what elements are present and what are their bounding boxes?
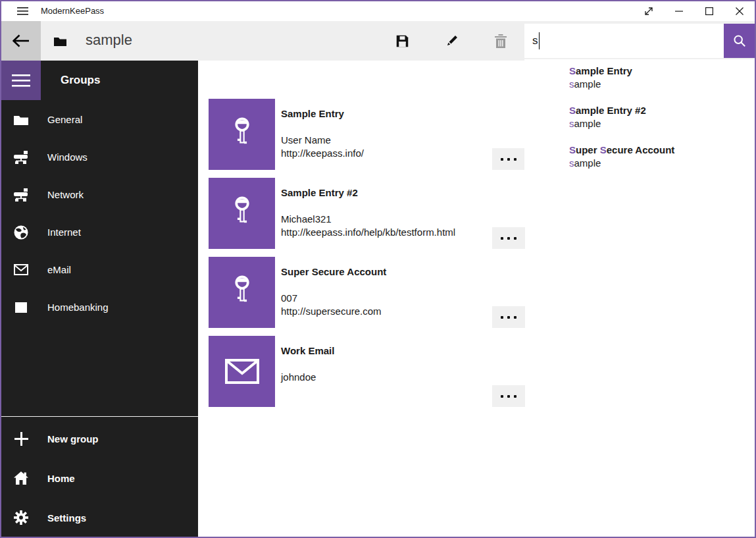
window-controls — [634, 1, 755, 21]
sidebar: Groups General Windows Network — [1, 61, 198, 537]
entry-row-sample-entry[interactable]: Sample Entry User Name http://keepass.in… — [209, 99, 531, 170]
entry-url: http://keepass.info/ — [281, 148, 364, 159]
entry-username: 007 — [281, 292, 297, 304]
suggestion-subtitle: sample — [569, 117, 755, 130]
more-options-button[interactable] — [492, 227, 525, 249]
sidebar-item-label: Homebanking — [47, 302, 109, 313]
groups-heading: Groups — [61, 61, 100, 100]
delete-trash-icon — [495, 34, 507, 48]
mail-icon — [13, 264, 29, 275]
sidebar-item-label: New group — [47, 433, 99, 444]
key-icon — [209, 257, 275, 328]
sidebar-item-internet[interactable]: Internet — [1, 213, 198, 251]
sidebar-item-label: Internet — [47, 227, 81, 238]
more-options-button[interactable] — [492, 148, 525, 170]
sidebar-item-label: General — [47, 114, 82, 125]
text-caret — [539, 32, 540, 49]
fullscreen-icon[interactable] — [634, 1, 664, 21]
suggestion-item[interactable]: Super Secure Account sample — [524, 138, 755, 178]
search-icon — [733, 34, 746, 47]
sidebar-item-windows[interactable]: Windows — [1, 138, 198, 176]
delete-button — [485, 21, 517, 61]
network-icon — [13, 188, 29, 202]
ellipsis-icon — [501, 316, 503, 319]
entry-username: User Name — [281, 134, 331, 146]
titlebar-hamburger-icon[interactable] — [11, 1, 34, 21]
entry-row-sample-entry-2[interactable]: Sample Entry #2 Michael321 http://keepas… — [209, 178, 531, 249]
back-arrow-icon — [13, 34, 30, 47]
sidebar-item-settings[interactable]: Settings — [1, 498, 198, 537]
entry-title: Sample Entry — [281, 108, 344, 119]
sidebar-item-network[interactable]: Network — [1, 176, 198, 213]
edit-button[interactable] — [436, 21, 468, 61]
minimize-icon[interactable] — [664, 1, 694, 21]
ellipsis-icon — [501, 395, 503, 398]
suggestion-title: Sample Entry — [569, 65, 755, 78]
mail-icon — [209, 336, 275, 407]
search-button[interactable] — [724, 24, 755, 58]
gear-icon — [13, 510, 29, 525]
command-bar: sample — [1, 21, 755, 61]
globe-icon — [13, 225, 29, 240]
suggestion-item[interactable]: Sample Entry sample — [524, 59, 755, 99]
entry-title: Work Email — [281, 345, 334, 356]
entry-title: Super Secure Account — [281, 266, 386, 277]
save-button[interactable] — [386, 21, 418, 61]
entry-username: johndoe — [281, 371, 316, 383]
ellipsis-icon — [501, 158, 503, 161]
entry-username: Michael321 — [281, 213, 332, 225]
more-options-button[interactable] — [492, 306, 525, 328]
maximize-icon[interactable] — [694, 1, 724, 21]
plus-icon — [13, 432, 29, 446]
sidebar-item-general[interactable]: General — [1, 101, 198, 138]
suggestion-subtitle: sample — [569, 157, 755, 170]
suggestion-item[interactable]: Sample Entry #2 sample — [524, 99, 755, 138]
sidebar-item-email[interactable]: eMail — [1, 251, 198, 288]
database-title: sample — [86, 21, 132, 61]
ellipsis-icon — [501, 237, 503, 240]
save-icon — [395, 34, 409, 48]
suggestion-subtitle: sample — [569, 78, 755, 91]
entry-url: http://supersecure.com — [281, 306, 382, 317]
search-suggestions-flyout: Sample Entry sample Sample Entry #2 samp… — [524, 59, 755, 186]
sidebar-hamburger-icon[interactable] — [1, 61, 41, 100]
entry-title: Sample Entry #2 — [281, 187, 358, 198]
network-icon — [13, 151, 29, 164]
entry-row-work-email[interactable]: Work Email johndoe — [209, 336, 531, 407]
sidebar-item-label: Windows — [47, 151, 88, 163]
app-title: ModernKeePass — [41, 1, 104, 21]
entry-row-super-secure-account[interactable]: Super Secure Account 007 http://supersec… — [209, 257, 531, 328]
database-folder-icon — [53, 21, 67, 61]
key-icon — [209, 178, 275, 249]
search-input[interactable]: s — [524, 24, 724, 58]
square-icon — [13, 302, 29, 313]
entry-url: http://keepass.info/help/kb/testform.htm… — [281, 227, 455, 238]
suggestion-title: Sample Entry #2 — [569, 104, 755, 117]
sidebar-item-home[interactable]: Home — [1, 458, 198, 498]
sidebar-item-label: Network — [47, 189, 84, 200]
sidebar-item-label: Home — [47, 473, 75, 484]
sidebar-item-new-group[interactable]: New group — [1, 419, 198, 458]
sidebar-item-label: Settings — [47, 512, 86, 524]
search-query-text: s — [532, 34, 538, 47]
home-icon — [13, 471, 29, 485]
suggestion-title: Super Secure Account — [569, 144, 755, 157]
folder-icon — [13, 115, 29, 125]
app-window: ModernKeePass sample — [0, 0, 756, 538]
group-list: General Windows Network — [1, 101, 198, 326]
sidebar-footer: New group Home — [1, 419, 198, 537]
more-options-button[interactable] — [492, 385, 525, 407]
sidebar-item-label: eMail — [47, 264, 71, 275]
sidebar-divider — [1, 416, 198, 417]
back-button[interactable] — [1, 21, 41, 61]
key-icon — [209, 99, 275, 170]
sidebar-item-homebanking[interactable]: Homebanking — [1, 288, 198, 326]
close-icon[interactable] — [724, 1, 755, 21]
title-bar: ModernKeePass — [1, 1, 755, 21]
edit-pencil-icon — [445, 34, 459, 47]
